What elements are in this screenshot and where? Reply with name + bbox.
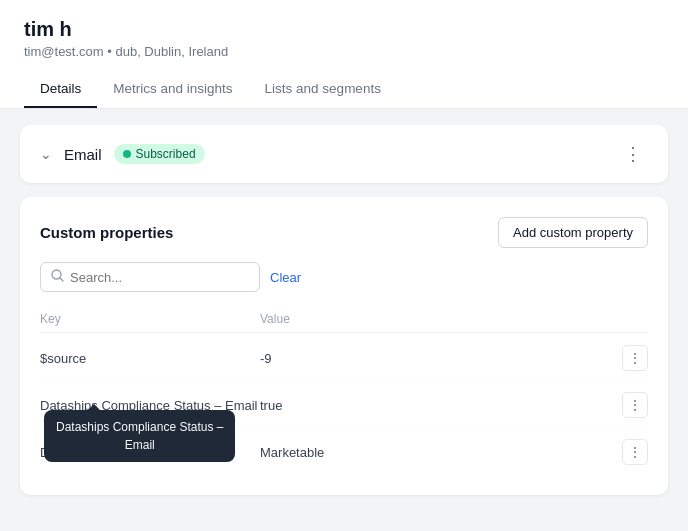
three-dots-icon: ⋮: [628, 350, 643, 366]
email-card: ⌄ Email Subscribed ⋮: [20, 125, 668, 183]
svg-line-1: [60, 278, 63, 281]
profile-meta: tim@test.com • dub, Dublin, Ireland: [24, 44, 664, 59]
row-value: true: [260, 398, 622, 413]
tooltip: Dataships Compliance Status –Email: [44, 410, 235, 462]
custom-props-header: Custom properties Add custom property: [40, 217, 648, 248]
row-more-button[interactable]: ⋮: [622, 345, 648, 371]
row-more-button[interactable]: ⋮: [622, 439, 648, 465]
search-icon: [51, 269, 64, 285]
profile-name: tim h: [24, 18, 664, 41]
search-row: Clear: [40, 262, 648, 292]
email-card-left: ⌄ Email Subscribed: [40, 144, 205, 164]
row-key: $source: [40, 351, 260, 366]
email-label: Email: [64, 146, 102, 163]
col-val-header: Value: [260, 312, 648, 326]
table-row: $source -9 ⋮: [40, 335, 648, 382]
table-header: Key Value: [40, 306, 648, 333]
search-input[interactable]: [70, 270, 249, 285]
row-value: Marketable: [260, 445, 622, 460]
chevron-down-icon[interactable]: ⌄: [40, 146, 52, 162]
profile-header: tim h tim@test.com • dub, Dublin, Irelan…: [0, 0, 688, 109]
three-dots-icon: ⋮: [628, 444, 643, 460]
three-dots-icon: ⋮: [628, 397, 643, 413]
profile-location: dub, Dublin, Ireland: [115, 44, 228, 59]
email-more-button[interactable]: ⋮: [618, 141, 648, 167]
add-custom-property-button[interactable]: Add custom property: [498, 217, 648, 248]
profile-email: tim@test.com: [24, 44, 104, 59]
subscribed-badge: Subscribed: [114, 144, 205, 164]
custom-props-title: Custom properties: [40, 224, 173, 241]
row-value: -9: [260, 351, 622, 366]
tab-metrics[interactable]: Metrics and insights: [97, 71, 248, 108]
tab-details[interactable]: Details: [24, 71, 97, 108]
row-more-button[interactable]: ⋮: [622, 392, 648, 418]
custom-properties-card: Custom properties Add custom property Cl…: [20, 197, 668, 495]
search-box: [40, 262, 260, 292]
table-row: Dataships Compliance Status – Email true…: [40, 382, 648, 429]
subscribed-dot: [123, 150, 131, 158]
tab-lists[interactable]: Lists and segments: [249, 71, 397, 108]
tabs: Details Metrics and insights Lists and s…: [24, 71, 664, 108]
content-area: ⌄ Email Subscribed ⋮ Custom properties A…: [0, 109, 688, 511]
clear-link[interactable]: Clear: [270, 270, 301, 285]
subscribed-text: Subscribed: [136, 147, 196, 161]
col-key-header: Key: [40, 312, 260, 326]
